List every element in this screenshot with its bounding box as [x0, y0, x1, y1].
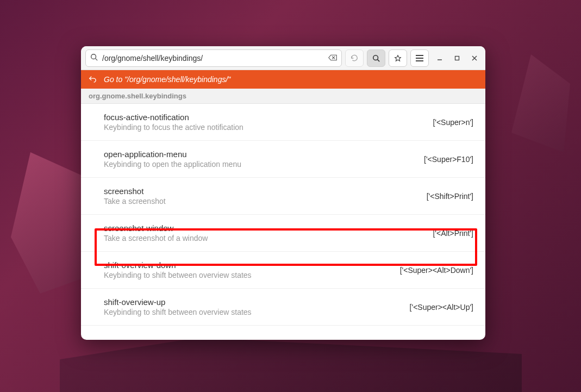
- refresh-button[interactable]: [345, 49, 364, 67]
- setting-desc: Keybinding to open the application menu: [104, 160, 241, 169]
- bookmark-button[interactable]: [389, 49, 407, 67]
- path-search-field[interactable]: [85, 49, 342, 67]
- setting-value: ['<Super>n']: [433, 118, 473, 127]
- schema-name: org.gnome.shell.keybindings: [89, 92, 186, 100]
- setting-key: shift-overview-up: [104, 297, 252, 307]
- dconf-editor-window: Go to "/org/gnome/shell/keybindings/" or…: [81, 46, 485, 340]
- background-shape: [60, 338, 522, 392]
- setting-key: screenshot-window: [104, 223, 208, 233]
- setting-desc: Keybinding to shift between overview sta…: [104, 271, 252, 279]
- setting-desc: Keybinding to focus the active notificat…: [104, 123, 243, 132]
- schema-header: org.gnome.shell.keybindings: [81, 89, 485, 104]
- list-item[interactable]: screenshot-window Take a screenshot of a…: [81, 215, 485, 252]
- goto-back-icon: [89, 75, 96, 84]
- search-toggle-button[interactable]: [367, 49, 385, 67]
- setting-key: screenshot: [104, 186, 166, 196]
- hamburger-menu-button[interactable]: [410, 49, 429, 67]
- search-icon: [90, 53, 98, 63]
- list-item[interactable]: shift-overview-up Keybinding to shift be…: [81, 289, 485, 326]
- results-list: focus-active-notification Keybinding to …: [81, 104, 485, 340]
- setting-value: ['<Shift>Print']: [427, 192, 473, 201]
- setting-desc: Take a screenshot of a window: [104, 234, 208, 242]
- search-input[interactable]: [102, 54, 324, 63]
- setting-value: ['<Super>F10']: [424, 155, 473, 164]
- list-item[interactable]: screenshot Take a screenshot ['<Shift>Pr…: [81, 178, 485, 215]
- header-bar: [81, 46, 485, 70]
- goto-label: Go to "/org/gnome/shell/keybindings/": [104, 75, 230, 84]
- setting-value: ['<Super><Alt>Up']: [410, 303, 473, 312]
- svg-line-5: [378, 59, 380, 61]
- close-button[interactable]: [468, 49, 481, 67]
- setting-key: focus-active-notification: [104, 113, 243, 122]
- svg-rect-7: [455, 56, 459, 60]
- setting-value: ['<Alt>Print']: [433, 229, 473, 238]
- list-item[interactable]: focus-active-notification Keybinding to …: [81, 104, 485, 141]
- svg-line-1: [96, 59, 98, 61]
- setting-desc: Take a screenshot: [104, 197, 166, 206]
- minimize-button[interactable]: [433, 49, 446, 67]
- setting-key: shift-overview-down: [104, 260, 252, 270]
- setting-value: ['<Super><Alt>Down']: [400, 266, 473, 275]
- svg-point-0: [91, 54, 96, 59]
- maximize-button[interactable]: [451, 49, 464, 67]
- setting-key: open-application-menu: [104, 150, 241, 159]
- background-shape: [505, 54, 570, 152]
- setting-desc: Keybinding to shift between overview sta…: [104, 308, 252, 316]
- list-item[interactable]: shift-overview-down Keybinding to shift …: [81, 252, 485, 289]
- hamburger-icon: [416, 55, 423, 61]
- svg-point-4: [373, 55, 378, 60]
- list-item[interactable]: open-application-menu Keybinding to open…: [81, 141, 485, 178]
- clear-input-icon[interactable]: [328, 54, 337, 63]
- goto-suggestion-bar[interactable]: Go to "/org/gnome/shell/keybindings/": [81, 70, 485, 89]
